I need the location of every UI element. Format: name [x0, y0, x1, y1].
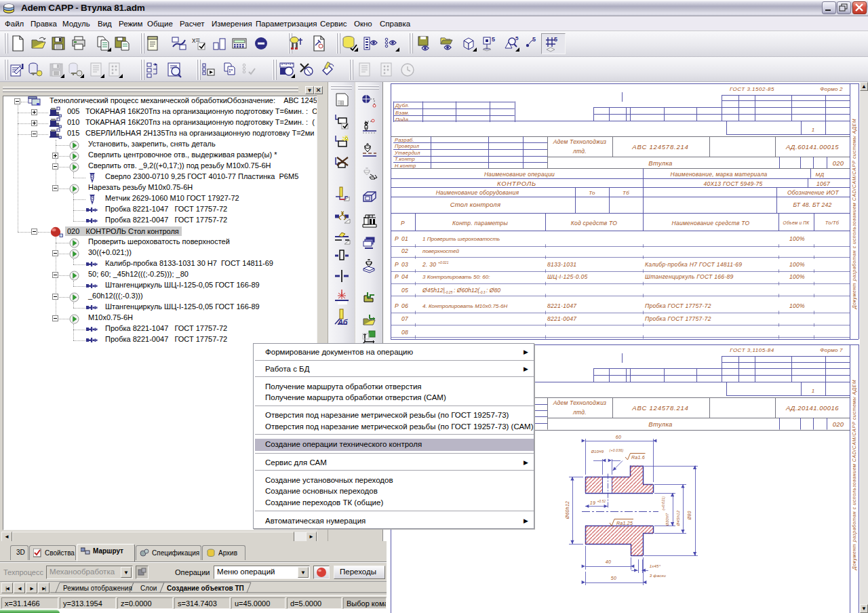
svg-text:То/Тб: То/Тб	[825, 220, 840, 226]
svg-text:Ø45h12: Ø45h12	[676, 510, 680, 526]
svg-text:Документ разработан с использо: Документ разработан с использованием CAD…	[852, 119, 857, 309]
svg-text:60: 60	[616, 435, 621, 439]
svg-text:5: 5	[492, 36, 495, 43]
svg-text:Аб: Аб	[337, 318, 349, 325]
svg-text:3 Контролировать 50: 60:: 3 Контролировать 50: 60:	[422, 274, 490, 280]
svg-text:19: 19	[590, 500, 595, 505]
svg-text:Формо 7: Формо 7	[820, 347, 843, 353]
svg-text:8221-0047: 8221-0047	[547, 315, 577, 322]
svg-text:3 фаски: 3 фаски	[650, 574, 667, 578]
svg-text:КОНТРОЛЬ: КОНТРОЛЬ	[497, 180, 536, 187]
svg-text:Р: Р	[395, 235, 399, 242]
svg-text:Пробка ГОСТ 17757-72: Пробка ГОСТ 17757-72	[645, 315, 711, 322]
svg-text:5: 5	[554, 36, 557, 43]
svg-text:Проверил: Проверил	[395, 143, 420, 149]
svg-text:ШЦ-I-125-0.05: ШЦ-I-125-0.05	[547, 273, 587, 280]
svg-text:ГОСТ 3.1502-85: ГОСТ 3.1502-85	[730, 86, 774, 92]
svg-text:1: 1	[812, 127, 815, 133]
svg-text:ГОСТ 3,1105-84: ГОСТ 3,1105-84	[730, 347, 774, 353]
svg-text:Объем и ПК: Объем и ПК	[783, 220, 810, 225]
svg-text:Наименование оборудования: Наименование оборудования	[436, 189, 519, 196]
svg-text:: Ø80: : Ø80	[486, 287, 500, 294]
svg-text:Р: Р	[395, 302, 399, 309]
svg-text:Формо 2: Формо 2	[820, 86, 843, 92]
svg-text:8221-1047: 8221-1047	[547, 302, 577, 309]
svg-text:АВС 124578.214: АВС 124578.214	[631, 404, 688, 412]
svg-text:Наименование, марка материала: Наименование, марка материала	[671, 171, 768, 178]
svg-text:: Ø60h12(: : Ø60h12(	[454, 287, 480, 294]
svg-text:2. 30: 2. 30	[422, 261, 436, 268]
svg-text:Калибр-пробка Н7 ГОСТ 14811: Калибр-пробка Н7 ГОСТ 14811-69	[645, 261, 742, 268]
svg-text:Подл.: Подл.	[395, 117, 410, 123]
svg-text:Обозначение ИОТ: Обозначение ИОТ	[787, 189, 840, 196]
svg-text:МД: МД	[816, 172, 825, 178]
svg-text:Ø80: Ø80	[687, 511, 692, 520]
svg-text:40: 40	[606, 559, 611, 564]
svg-text:05: 05	[401, 287, 408, 294]
svg-text:Тб: Тб	[623, 190, 629, 196]
svg-text:8133-1031: 8133-1031	[547, 261, 576, 268]
svg-text:Р: Р	[395, 273, 399, 280]
svg-text:Т.контр: Т.контр	[395, 156, 415, 162]
svg-text:100%: 100%	[789, 302, 805, 309]
svg-text:Ø10Н9: Ø10Н9	[591, 450, 604, 454]
svg-text:Стол контроля: Стол контроля	[450, 201, 501, 208]
svg-text:5: 5	[515, 35, 519, 41]
svg-text:Н.контр: Н.контр	[395, 163, 416, 169]
svg-text:100%: 100%	[789, 261, 805, 268]
svg-text:(+0.036): (+0.036)	[610, 448, 624, 452]
svg-text:Ø60h12: Ø60h12	[565, 501, 570, 519]
svg-text:АД.60141.00015: АД.60141.00015	[785, 143, 839, 151]
svg-text:Р: Р	[395, 261, 399, 268]
svg-text:Документ разработан с использо: Документ разработан с использованием CAD…	[852, 380, 857, 570]
svg-text:100%: 100%	[789, 273, 805, 280]
svg-text:020: 020	[833, 420, 844, 428]
svg-text:Наименование средств ТО: Наименование средств ТО	[672, 220, 750, 226]
svg-text:Пробка ГОСТ 17757-72: Пробка ГОСТ 17757-72	[645, 302, 711, 309]
svg-text:(+0.021): (+0.021)	[661, 496, 665, 511]
svg-text:АВС 124578.214: АВС 124578.214	[631, 143, 688, 151]
svg-text:АД.20141.00016: АД.20141.00016	[785, 404, 839, 412]
svg-text:+0.021: +0.021	[438, 260, 449, 264]
svg-text:лтд.: лтд.	[572, 148, 587, 155]
svg-text:Адем Технолоджиз: Адем Технолоджиз	[553, 399, 607, 406]
svg-text:1067: 1067	[816, 180, 830, 187]
svg-text:+0.52: +0.52	[597, 500, 606, 503]
svg-text:06: 06	[401, 302, 408, 309]
svg-text:50: 50	[611, 576, 616, 580]
svg-text:40Х13 ГОСТ 5949-75: 40Х13 ГОСТ 5949-75	[704, 180, 763, 187]
svg-text:-0.3: -0.3	[479, 290, 486, 294]
svg-text:Втулка: Втулка	[648, 159, 672, 167]
svg-text:Р: Р	[401, 220, 405, 226]
svg-text:07: 07	[401, 315, 409, 322]
svg-text:-0.25: -0.25	[445, 290, 453, 294]
svg-text:03: 03	[401, 261, 408, 268]
svg-text:поверхностей: поверхностей	[422, 248, 459, 254]
svg-text:БТ 48. БТ 242: БТ 48. БТ 242	[793, 201, 831, 208]
svg-text:Ra1.25: Ra1.25	[616, 521, 633, 526]
svg-text:Утвердил: Утвердил	[394, 150, 420, 156]
svg-text:02: 02	[401, 248, 408, 254]
svg-text:Наименование операции: Наименование операции	[484, 171, 555, 178]
svg-text:5: 5	[532, 36, 536, 43]
svg-text:Контр. параметры: Контр. параметры	[452, 220, 509, 226]
svg-text:Дубл.: Дубл.	[395, 102, 410, 108]
svg-text:То: То	[589, 190, 595, 196]
svg-text:Ra1.6: Ra1.6	[631, 455, 645, 460]
svg-text:1: 1	[812, 388, 815, 394]
svg-text:Ø45h12|: Ø45h12|	[422, 287, 445, 294]
svg-text:020: 020	[833, 159, 844, 167]
svg-text:Ø30Н7: Ø30Н7	[665, 513, 669, 526]
svg-text:Штангенциркуль ГОСТ 166-89: Штангенциркуль ГОСТ 166-89	[645, 273, 734, 280]
svg-text:Разраб.: Разраб.	[395, 137, 414, 143]
svg-text:1х45°: 1х45°	[650, 564, 661, 568]
svg-text:Адем Технолоджиз: Адем Технолоджиз	[553, 138, 607, 145]
svg-text:01: 01	[401, 235, 408, 242]
svg-text:Код средств ТО: Код средств ТО	[571, 220, 617, 226]
svg-text:Втулка: Втулка	[648, 420, 672, 428]
svg-text:Взам.: Взам.	[395, 110, 410, 116]
svg-text:08: 08	[401, 329, 408, 336]
svg-text:1 Проверить шероховатость: 1 Проверить шероховатость	[422, 236, 500, 242]
svg-text:100%: 100%	[789, 235, 805, 242]
svg-text:4. Контролировать М10х0.75-6: 4. Контролировать М10х0.75-6Н	[422, 303, 507, 309]
